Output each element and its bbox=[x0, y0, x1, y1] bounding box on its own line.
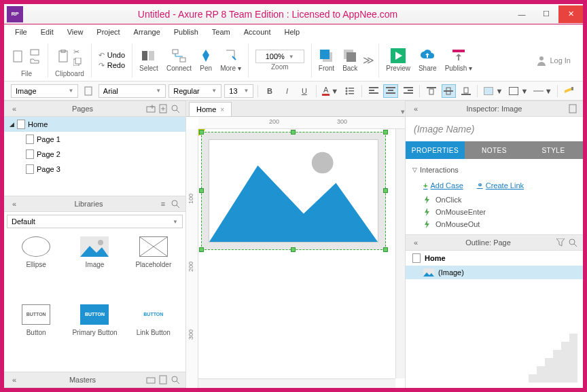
copy-icon[interactable] bbox=[73, 58, 82, 66]
scrollbar-horizontal[interactable] bbox=[198, 378, 395, 388]
zoom-combo[interactable]: 100%▼ bbox=[255, 50, 304, 63]
valign-top-button[interactable] bbox=[424, 84, 438, 98]
more-tool[interactable]: More ▾ bbox=[216, 47, 245, 73]
minimize-button[interactable]: — bbox=[510, 5, 534, 23]
menu-file[interactable]: File bbox=[10, 26, 33, 37]
expand-button[interactable]: ≫ bbox=[361, 52, 376, 68]
valign-bottom-button[interactable] bbox=[459, 84, 473, 98]
svg-point-43 bbox=[172, 105, 177, 111]
format-painter-button[interactable] bbox=[562, 84, 576, 98]
shape-combo[interactable]: Image▼ bbox=[11, 84, 78, 98]
size-combo[interactable]: 13▼ bbox=[224, 84, 253, 98]
menu-view[interactable]: View bbox=[62, 26, 89, 37]
font-combo[interactable]: Arial▼ bbox=[99, 84, 166, 98]
page-2[interactable]: Page 2 bbox=[4, 147, 185, 162]
tab-properties[interactable]: PROPERTIES bbox=[406, 141, 465, 159]
menu-help[interactable]: Help bbox=[279, 26, 305, 37]
collapse-icon[interactable]: « bbox=[410, 236, 422, 249]
element-name-input[interactable]: (Image Name) bbox=[406, 117, 583, 141]
line-style-button[interactable]: ▼ bbox=[533, 84, 553, 98]
selection-box[interactable] bbox=[201, 132, 386, 250]
close-button[interactable]: ✕ bbox=[558, 5, 583, 23]
add-folder-icon[interactable] bbox=[145, 103, 157, 115]
border-button[interactable]: ▼ bbox=[508, 84, 530, 98]
align-left-button[interactable] bbox=[366, 84, 380, 98]
svg-point-51 bbox=[312, 152, 334, 174]
pen-tool[interactable]: Pen bbox=[196, 47, 216, 73]
collapse-icon[interactable]: « bbox=[8, 198, 20, 210]
save-icon[interactable] bbox=[29, 49, 41, 56]
collapse-icon[interactable]: « bbox=[410, 103, 422, 115]
tab-home[interactable]: Home× bbox=[189, 102, 232, 116]
lib-button[interactable]: BUTTONButton bbox=[10, 304, 63, 367]
lib-placeholder[interactable]: Placeholder bbox=[127, 236, 180, 299]
login-button[interactable]: Log In bbox=[528, 55, 579, 66]
paste-icon[interactable] bbox=[57, 50, 69, 63]
cut-icon[interactable]: ✂ bbox=[73, 48, 82, 56]
search-icon[interactable] bbox=[169, 103, 181, 115]
collapse-icon[interactable]: « bbox=[8, 103, 20, 115]
event-onmouseenter[interactable]: OnMouseEnter bbox=[412, 206, 576, 218]
add-page-icon[interactable] bbox=[157, 103, 169, 115]
menu-edit[interactable]: Edit bbox=[35, 26, 59, 37]
paste-style-icon[interactable] bbox=[81, 84, 95, 98]
bullets-button[interactable] bbox=[343, 84, 357, 98]
menu-arrange[interactable]: Arrange bbox=[128, 26, 166, 37]
new-file-icon[interactable] bbox=[12, 50, 24, 63]
page-1[interactable]: Page 1 bbox=[4, 132, 185, 147]
close-tab-icon[interactable]: × bbox=[220, 106, 224, 113]
lib-link-button[interactable]: BUTTONLink Button bbox=[127, 304, 180, 367]
add-folder-icon[interactable] bbox=[145, 374, 157, 386]
connect-tool[interactable]: Connect bbox=[162, 47, 196, 73]
fill-color-button[interactable]: ▼ bbox=[482, 84, 504, 98]
menu-publish[interactable]: Publish bbox=[168, 26, 204, 37]
menu-account[interactable]: Account bbox=[238, 26, 277, 37]
notes-icon[interactable] bbox=[567, 103, 579, 115]
undo-button[interactable]: ↶Undo bbox=[99, 51, 125, 60]
valign-middle-button[interactable] bbox=[442, 84, 456, 98]
lib-image[interactable]: Image bbox=[68, 236, 121, 299]
menu-icon[interactable]: ≡ bbox=[157, 198, 169, 210]
menu-project[interactable]: Project bbox=[91, 26, 125, 37]
menu-team[interactable]: Team bbox=[207, 26, 236, 37]
redo-button[interactable]: ↷Redo bbox=[99, 61, 125, 70]
lib-primary-button[interactable]: BUTTONPrimary Button bbox=[68, 304, 121, 367]
outline-image[interactable]: (Image) bbox=[406, 266, 583, 279]
bold-button[interactable]: B bbox=[262, 84, 277, 98]
canvas[interactable]: 200 300 100 200 300 400 bbox=[186, 117, 405, 388]
image-widget[interactable] bbox=[209, 139, 378, 243]
add-case-link[interactable]: +Add Case bbox=[423, 181, 463, 190]
front-button[interactable]: Front bbox=[315, 47, 338, 73]
align-right-button[interactable] bbox=[401, 84, 415, 98]
scrollbar-vertical[interactable] bbox=[395, 129, 405, 378]
page-home[interactable]: ◢ Home bbox=[4, 117, 185, 132]
maximize-button[interactable]: ☐ bbox=[534, 5, 558, 23]
preview-button[interactable]: Preview bbox=[382, 47, 414, 73]
add-master-icon[interactable] bbox=[157, 374, 169, 386]
lib-ellipse[interactable]: Ellipse bbox=[10, 236, 63, 299]
underline-button[interactable]: U bbox=[297, 84, 311, 98]
back-button[interactable]: Back bbox=[338, 47, 361, 73]
italic-button[interactable]: I bbox=[280, 84, 294, 98]
tab-style[interactable]: STYLE bbox=[524, 141, 583, 159]
share-button[interactable]: Share bbox=[414, 47, 441, 73]
event-onmouseout[interactable]: OnMouseOut bbox=[412, 218, 576, 230]
select-tool[interactable]: Select bbox=[135, 47, 162, 73]
weight-combo[interactable]: Regular▼ bbox=[168, 84, 221, 98]
search-icon[interactable] bbox=[567, 236, 579, 249]
align-center-button[interactable] bbox=[383, 84, 397, 98]
tab-notes[interactable]: NOTES bbox=[465, 141, 524, 159]
publish-button[interactable]: Publish ▾ bbox=[441, 47, 477, 73]
interactions-section[interactable]: ▽Interactions bbox=[412, 163, 576, 177]
open-icon[interactable] bbox=[29, 57, 41, 64]
text-color-button[interactable]: A ▼ bbox=[321, 84, 340, 98]
collapse-icon[interactable]: « bbox=[8, 374, 20, 386]
search-icon[interactable] bbox=[169, 198, 181, 210]
create-link-link[interactable]: ⚭Create Link bbox=[477, 181, 524, 190]
outline-home[interactable]: Home bbox=[406, 251, 583, 266]
search-icon[interactable] bbox=[169, 374, 181, 386]
event-onclick[interactable]: OnClick bbox=[412, 194, 576, 206]
filter-icon[interactable] bbox=[554, 236, 567, 249]
library-combo[interactable]: Default▼ bbox=[7, 215, 183, 228]
page-3[interactable]: Page 3 bbox=[4, 162, 185, 177]
